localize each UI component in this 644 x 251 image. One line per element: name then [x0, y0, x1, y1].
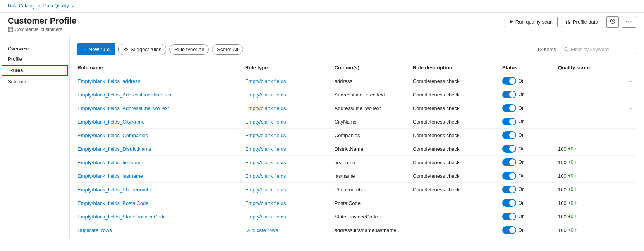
toolbar: + New rule Suggest rules Rule type: All … — [77, 43, 636, 55]
rule-type-link[interactable]: Empty/blank fields — [245, 187, 286, 193]
cell-quality-score: -- — [558, 129, 636, 142]
description-value: Completeness check — [413, 119, 460, 125]
cell-rule-name: Empty/blank_fields_Companies — [77, 129, 245, 142]
status-toggle[interactable] — [502, 104, 516, 112]
cell-rule-type: Empty/blank fields — [245, 74, 335, 88]
breadcrumb: Data Catalog > Data Quality > — [8, 3, 636, 9]
column-value: lastname — [335, 173, 355, 179]
items-count: 12 items — [537, 46, 556, 52]
breadcrumb-data-catalog[interactable]: Data Catalog — [8, 3, 35, 9]
table-row: Empty/blank_fields_address Empty/blank f… — [77, 74, 636, 88]
rule-type-link[interactable]: Empty/blank fields — [245, 119, 286, 125]
rule-name-link[interactable]: Empty/blank_fields_lastname — [77, 173, 143, 179]
toggle-container: On — [502, 158, 554, 166]
rule-type-link[interactable]: Empty/blank fields — [245, 146, 286, 152]
score-dash: -- — [629, 119, 632, 125]
sidebar-overview-label: Overview — [8, 46, 29, 52]
cell-rule-name: Empty/blank_fields_address — [77, 74, 245, 88]
rule-type-link[interactable]: Empty/blank fields — [245, 200, 286, 206]
score-filter-button[interactable]: Score: All — [212, 44, 243, 55]
cell-description: Completeness check — [413, 142, 502, 156]
run-quality-scan-button[interactable]: Run quality scan — [504, 17, 558, 27]
sidebar-item-rules[interactable]: Rules — [2, 65, 68, 76]
sidebar-item-overview[interactable]: Overview — [0, 43, 69, 54]
cell-quality-score: -- — [558, 88, 636, 101]
status-toggle[interactable] — [502, 213, 516, 220]
rule-name-link[interactable]: Empty/blank_fields_address — [77, 78, 141, 84]
run-scan-label: Run quality scan — [515, 19, 553, 25]
rule-name-link[interactable]: Empty/blank_fields_Phonenumber — [77, 187, 154, 193]
table-row: Duplicate_rows Duplicate rows address,fi… — [77, 223, 636, 237]
plus-icon: + — [83, 46, 87, 53]
quality-score-cell: 100 +0 ↑ — [558, 173, 632, 179]
status-label: On — [519, 119, 525, 124]
cell-rule-type: Empty/blank fields — [245, 210, 335, 223]
rule-name-link[interactable]: Empty/blank_fields_AddressLineTwoText — [77, 105, 169, 111]
quality-score-cell: 100 +0 ↑ — [558, 146, 632, 152]
status-toggle[interactable] — [502, 186, 516, 193]
table-row: Empty/blank_fields_PostalCode Empty/blan… — [77, 196, 636, 210]
status-toggle[interactable] — [502, 172, 516, 180]
cell-columns: DistrictName — [335, 142, 413, 156]
rule-type-link[interactable]: Empty/blank fields — [245, 173, 286, 179]
status-toggle[interactable] — [502, 118, 516, 126]
more-options-button[interactable]: ··· — [622, 16, 636, 28]
status-toggle[interactable] — [502, 77, 516, 85]
rule-type-link[interactable]: Empty/blank fields — [245, 78, 286, 84]
rule-name-link[interactable]: Empty/blank_fields_StateProvinceCode — [77, 214, 166, 220]
rule-type-link[interactable]: Empty/blank fields — [245, 160, 286, 165]
cell-rule-type: Empty/blank fields — [245, 142, 335, 156]
cell-columns: AddressLineTwoText — [335, 101, 413, 115]
score-delta: +0 ↑ — [568, 200, 577, 206]
rule-type-link[interactable]: Empty/blank fields — [245, 214, 286, 220]
status-toggle[interactable] — [502, 199, 516, 207]
cell-status: On — [502, 183, 558, 196]
table-row: Empty/blank_fields_AddressLineThreeText … — [77, 88, 636, 101]
rule-type-link[interactable]: Empty/blank fields — [245, 132, 286, 138]
header-actions: Run quality scan Profile data ··· — [504, 16, 636, 28]
rule-type-link[interactable]: Empty/blank fields — [245, 92, 286, 98]
quality-score-cell: 100 +0 ↑ — [558, 227, 632, 233]
cell-quality-score: 100 +0 ↑ — [558, 156, 636, 169]
sidebar-item-schema[interactable]: Schema — [0, 76, 69, 87]
column-value: CityName — [335, 119, 357, 125]
table-row: Empty/blank_fields_StateProvinceCode Emp… — [77, 210, 636, 223]
rule-name-link[interactable]: Duplicate_rows — [77, 227, 112, 233]
rule-type-link[interactable]: Duplicate rows — [245, 227, 278, 233]
status-toggle[interactable] — [502, 91, 516, 98]
search-box[interactable] — [560, 45, 636, 54]
rule-name-link[interactable]: Empty/blank_fields_firstname — [77, 160, 143, 165]
cell-status: On — [502, 223, 558, 237]
status-label: On — [519, 78, 525, 84]
history-button[interactable] — [606, 16, 619, 28]
search-input[interactable] — [571, 46, 633, 52]
rule-type-filter-button[interactable]: Rule type: All — [169, 44, 209, 55]
rule-name-link[interactable]: Empty/blank_fields_PostalCode — [77, 200, 149, 206]
svg-rect-0 — [8, 27, 13, 32]
status-toggle[interactable] — [502, 131, 516, 139]
sidebar-item-profile[interactable]: Profile — [0, 54, 69, 64]
rule-name-link[interactable]: Empty/blank_fields_AddressLineThreeText — [77, 92, 173, 98]
score-delta: +0 ↑ — [568, 227, 577, 233]
status-toggle[interactable] — [502, 145, 516, 153]
status-label: On — [519, 92, 525, 97]
new-rule-button[interactable]: + New rule — [77, 43, 115, 55]
profile-data-button[interactable]: Profile data — [561, 17, 603, 27]
cell-columns: lastname — [335, 169, 413, 183]
svg-line-14 — [567, 50, 568, 52]
rule-name-link[interactable]: Empty/blank_fields_Companies — [77, 132, 148, 138]
rule-name-link[interactable]: Empty/blank_fields_CityName — [77, 119, 144, 125]
status-toggle[interactable] — [502, 158, 516, 166]
suggest-rules-button[interactable]: Suggest rules — [118, 44, 167, 55]
column-value: AddressLineThreeText — [335, 92, 385, 98]
sidebar-rules-label: Rules — [9, 67, 23, 73]
cell-description — [413, 210, 502, 223]
score-number: 100 — [558, 227, 567, 233]
cell-description: Completeness check — [413, 183, 502, 196]
rule-name-link[interactable]: Empty/blank_fields_DistrictName — [77, 146, 151, 152]
suggest-rules-label: Suggest rules — [131, 46, 161, 52]
rule-type-link[interactable]: Empty/blank fields — [245, 105, 286, 111]
status-toggle[interactable] — [502, 226, 516, 234]
breadcrumb-data-quality[interactable]: Data Quality — [43, 3, 69, 9]
cell-rule-name: Empty/blank_fields_firstname — [77, 156, 245, 169]
